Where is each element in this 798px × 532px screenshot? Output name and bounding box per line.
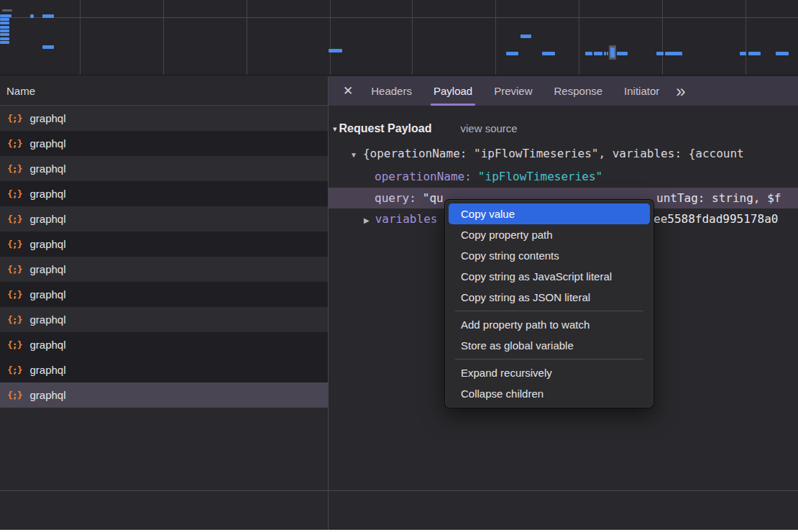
request-row[interactable]: {;}graphql [0,332,328,357]
request-timing-bar [748,52,761,55]
request-timing-bar [520,35,531,38]
request-timing-bar [42,45,54,49]
timeline-gridline [247,0,247,75]
request-name: graphql [29,188,65,200]
timeline-gridline [495,0,496,75]
menu-item-copy-value[interactable]: Copy value [449,203,650,224]
json-key: query: [375,191,416,205]
json-braces-icon: {;} [7,264,22,275]
request-timing-bar [42,14,54,18]
timeline-gridline [412,0,413,75]
menu-item-store-as-global-variable[interactable]: Store as global variable [449,335,650,356]
menu-item-add-property-path-to-watch[interactable]: Add property path to watch [449,314,650,335]
request-payload-section[interactable]: ▾ Request Payload view source [329,119,798,138]
json-braces-icon: {;} [7,113,22,124]
request-timing-bar [617,52,628,55]
json-string-value-left: "qu [423,191,444,205]
request-row[interactable]: {;}graphql [0,106,328,131]
request-row[interactable]: {;}graphql [0,156,328,181]
request-row[interactable]: {;}graphql [0,181,328,206]
menu-item-copy-string-as-javascript-literal[interactable]: Copy string as JavaScript literal [449,266,650,287]
object-preview-text: {operationName: "ipFlowTimeseries", vari… [363,147,744,160]
timeline-gridline [579,0,579,75]
menu-item-copy-property-path[interactable]: Copy property path [449,224,650,245]
tab-payload[interactable]: Payload [423,76,483,106]
request-timing-bar [585,52,592,55]
request-timing-bar [607,52,608,55]
request-name: graphql [29,288,65,301]
menu-item-copy-string-contents[interactable]: Copy string contents [449,245,650,266]
json-braces-icon: {;} [7,339,22,350]
menu-item-copy-string-as-json-literal[interactable]: Copy string as JSON literal [449,287,650,308]
timeline-gridline [80,0,81,75]
json-braces-icon: {;} [7,214,22,224]
request-timing-bar [329,49,342,52]
request-timing-bar [656,52,664,55]
request-timing-bar [0,33,9,36]
request-timing-bar [776,52,789,55]
request-timing-bar [740,52,746,55]
json-braces-icon: {;} [7,188,22,199]
value-preview-fragment: ee5588fdad995178a0 [653,211,778,227]
request-row[interactable]: {;}graphql [0,257,328,282]
request-timing-bar [0,26,9,29]
network-overview-timeline[interactable] [0,0,798,75]
request-row[interactable]: {;}graphql [0,307,328,332]
request-row[interactable]: {;}graphql [0,131,328,156]
request-name: graphql [29,339,65,351]
request-list: {;}graphql{;}graphql{;}graphql{;}graphql… [0,106,328,408]
request-timing-bar [506,52,518,55]
json-braces-icon: {;} [7,390,22,400]
request-timing-bar [0,41,9,44]
close-icon[interactable]: ✕ [343,83,353,98]
request-name: graphql [29,364,65,376]
section-title: Request Payload [339,119,432,138]
requests-panel: Name {;}graphql{;}graphql{;}graphql{;}gr… [0,76,328,530]
json-braces-icon: {;} [7,289,22,300]
timeline-gridline [746,0,746,75]
expanded-triangle-icon[interactable]: ▼ [350,147,357,163]
view-source-link[interactable]: view source [460,119,517,138]
json-braces-icon: {;} [7,239,22,249]
request-row[interactable]: {;}graphql [0,206,328,231]
request-name: graphql [29,137,65,150]
tab-initiator[interactable]: Initiator [613,76,670,106]
json-braces-icon: {;} [7,138,22,149]
horizontal-divider [0,490,798,491]
json-string-value: "ipFlowTimeseries" [478,170,602,183]
request-timing-bar [0,29,9,32]
request-row[interactable]: {;}graphql [0,357,328,382]
request-timing-bar [30,14,34,18]
menu-item-expand-recursively[interactable]: Expand recursively [449,362,650,383]
tab-preview[interactable]: Preview [483,76,543,106]
request-row[interactable]: {;}graphql [0,282,328,307]
context-menu: Copy valueCopy property pathCopy string … [444,199,654,408]
request-timing-bar [0,18,9,21]
request-name: graphql [29,238,65,250]
request-timing-bar [0,37,9,40]
request-row[interactable]: {;}graphql [0,231,328,257]
request-timing-bar [542,52,555,55]
request-timing-bar [0,14,12,17]
tab-response[interactable]: Response [544,76,614,106]
timeline-gridline [662,0,663,75]
name-column-label: Name [6,85,35,97]
menu-separator [455,311,643,311]
section-expand-triangle-icon[interactable]: ▾ [333,119,337,138]
request-timing-bar [2,9,12,12]
menu-item-collapse-children[interactable]: Collapse children [449,383,650,404]
more-tabs-chevron-icon[interactable]: » [676,83,683,100]
request-name: graphql [29,213,65,225]
tab-headers[interactable]: Headers [360,76,423,106]
request-row[interactable]: {;}graphql [0,382,328,408]
json-braces-icon: {;} [7,163,22,174]
json-key: operationName: [375,170,472,183]
request-name: graphql [29,112,65,124]
payload-root-preview-row[interactable]: ▼{operationName: "ipFlowTimeseries", var… [329,146,798,162]
payload-row-operationName[interactable]: operationName:"ipFlowTimeseries" [329,169,798,185]
collapsed-triangle-icon[interactable]: ▶ [364,213,370,229]
devtools-window: Name {;}graphql{;}graphql{;}graphql{;}gr… [0,0,798,532]
name-column-header[interactable]: Name [0,76,328,106]
request-timing-bar [604,52,606,55]
request-name: graphql [29,313,65,326]
